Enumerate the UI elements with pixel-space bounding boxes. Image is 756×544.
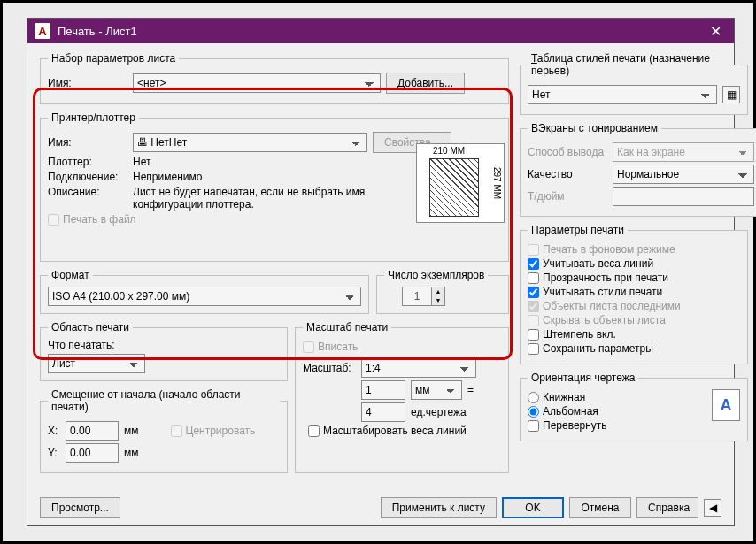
dpi-input <box>613 187 754 206</box>
scale-label: Масштаб: <box>303 362 356 374</box>
copies-spinner[interactable]: ▲▼ <box>402 287 445 306</box>
printer-group: Принтер/плоттер Имя: 🖶 НетНет Свойства..… <box>40 111 509 262</box>
shademode-label: Способ вывода <box>528 146 607 158</box>
opt-lw[interactable]: Учитывать веса линий <box>528 257 740 270</box>
paper-size-select[interactable]: ISO A4 (210.00 x 297.00 мм) <box>48 287 361 306</box>
dpi-label: Т/дюйм <box>528 190 607 203</box>
help-button[interactable]: Справка <box>636 497 698 518</box>
add-button[interactable]: Добавить... <box>386 73 465 94</box>
quality-select[interactable]: Нормальное <box>613 165 754 184</box>
orient-icon: A <box>712 389 740 421</box>
scale-unit2: ед.чертежа <box>411 406 467 418</box>
options-legend: Параметры печати <box>528 224 628 236</box>
connection-value: Неприменимо <box>133 171 202 183</box>
pagesetup-name-label: Имя: <box>48 77 127 89</box>
x-label: X: <box>48 425 60 437</box>
pagesetup-name-select[interactable]: <нет> <box>133 73 381 93</box>
page-setup-group: Набор параметров листа Имя: <нет> Добави… <box>40 52 509 104</box>
titlebar: A Печать - Лист1 ✕ <box>27 19 734 43</box>
orient-group: Ориентация чертежа Книжная Альбомная Пер… <box>520 372 748 441</box>
scale-legend: Масштаб печати <box>303 321 391 333</box>
scale-select[interactable]: 1:4 <box>361 358 476 378</box>
scale-group: Масштаб печати Вписать Масштаб: 1:4 мм = <box>295 321 509 473</box>
printer-legend: Принтер/плоттер <box>48 111 139 124</box>
scale-lw-checkbox[interactable]: Масштабировать веса линий <box>308 425 501 437</box>
plotter-value: Нет <box>133 156 150 168</box>
orient-portrait[interactable]: Книжная <box>528 391 712 403</box>
scale-unit1[interactable]: мм <box>411 380 462 400</box>
opt-pslast: Объекты листа последними <box>528 300 740 312</box>
center-checkbox: Центрировать <box>171 425 256 437</box>
apply-button[interactable]: Применить к листу <box>381 497 497 518</box>
offset-group: Смещение от начала (начало области печат… <box>40 388 288 473</box>
quality-label: Качество <box>528 168 607 180</box>
paper-preview: 210 MM 297 MM <box>416 143 505 223</box>
paper-w-label: 210 MM <box>433 146 465 156</box>
whatprint-label: Что печатать: <box>48 339 280 351</box>
paper-legend: Формат <box>48 269 93 281</box>
shaded-legend: ВЭкраны с тонированием <box>528 122 661 134</box>
shademode-select: Как на экране <box>613 142 754 162</box>
area-group: Область печати Что печатать: Лист <box>40 321 288 381</box>
styletable-group: Таблица стилей печати (назначение перьев… <box>520 52 748 115</box>
fit-checkbox: Вписать <box>303 341 501 353</box>
opt-bg: Печать в фоновом режиме <box>528 243 740 256</box>
print-dialog: A Печать - Лист1 ✕ Набор параметров лист… <box>27 18 735 526</box>
x-unit: мм <box>124 425 139 437</box>
page-setup-legend: Набор параметров листа <box>48 52 179 65</box>
orient-upside[interactable]: Перевернуть <box>528 419 712 432</box>
paper-group: Формат ISO A4 (210.00 x 297.00 мм) <box>40 269 369 314</box>
orient-landscape[interactable]: Альбомная <box>528 405 712 418</box>
x-input[interactable] <box>66 421 119 441</box>
styletable-select[interactable]: Нет <box>528 85 717 104</box>
plotter-label: Плоттер: <box>48 156 127 168</box>
printer-name-label: Имя: <box>48 136 127 149</box>
scale-val2[interactable] <box>361 402 405 422</box>
copies-input <box>402 287 432 306</box>
opt-styles[interactable]: Учитывать стили печати <box>528 286 740 298</box>
copies-legend: Число экземпляров <box>384 269 488 281</box>
opt-hide: Скрывать объекты листа <box>528 314 740 326</box>
window-title: Печать - Лист1 <box>58 25 705 38</box>
desc-value: Лист не будет напечатан, если не выбрать… <box>133 186 381 211</box>
opt-save[interactable]: Сохранить параметры <box>528 342 740 355</box>
cancel-button[interactable]: Отмена <box>569 497 631 518</box>
y-input[interactable] <box>66 443 119 463</box>
connection-label: Подключение: <box>48 171 127 183</box>
area-legend: Область печати <box>48 321 133 333</box>
opt-stamp[interactable]: Штемпель вкл. <box>528 328 740 341</box>
ok-button[interactable]: OK <box>502 497 564 518</box>
close-icon[interactable]: ✕ <box>705 23 727 40</box>
app-icon: A <box>35 23 50 39</box>
options-group: Параметры печати Печать в фоновом режиме… <box>520 224 748 364</box>
printer-name-select[interactable]: 🖶 НетНет <box>133 133 367 152</box>
orient-legend: Ориентация чертежа <box>528 372 638 384</box>
scale-val1[interactable] <box>361 380 405 400</box>
preview-button[interactable]: Просмотр... <box>40 497 120 518</box>
expand-icon[interactable]: ◀ <box>704 499 721 517</box>
styletable-edit-icon[interactable]: ▦ <box>722 86 740 103</box>
copies-group: Число экземпляров ▲▼ <box>376 269 509 314</box>
desc-label: Описание: <box>48 186 127 198</box>
whatprint-select[interactable]: Лист <box>48 354 145 373</box>
paper-h-label: 297 MM <box>492 167 502 199</box>
offset-legend: Смещение от начала (начало области печат… <box>48 388 280 413</box>
y-unit: мм <box>124 447 139 459</box>
shaded-group: ВЭкраны с тонированием Способ выводаКак … <box>520 122 756 217</box>
opt-trans[interactable]: Прозрачность при печати <box>528 272 740 284</box>
styletable-legend: Таблица стилей печати (назначение перьев… <box>528 52 740 77</box>
y-label: Y: <box>48 447 60 459</box>
